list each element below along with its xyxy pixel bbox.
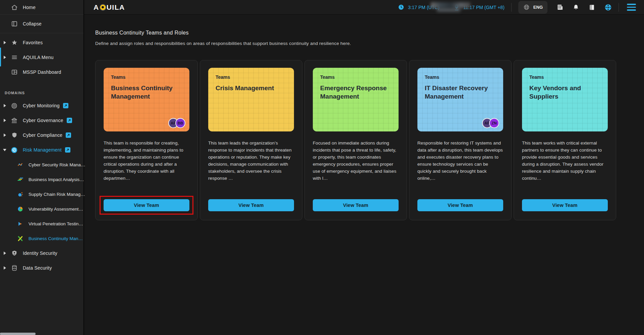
app-menu-icon[interactable] bbox=[627, 4, 636, 11]
team-card-hero: Teams Emergency Response Management bbox=[313, 68, 399, 131]
continuity-ribbon-icon bbox=[17, 236, 23, 241]
activity-pulse-icon bbox=[17, 162, 23, 168]
chevron-right-icon bbox=[4, 104, 6, 107]
sidebar-item-identity-security[interactable]: Identity Security bbox=[0, 246, 83, 261]
sidebar-item-home[interactable]: Home bbox=[0, 0, 83, 15]
database-icon bbox=[11, 265, 18, 272]
team-card-crisis-management: Teams Crisis Management This team leads … bbox=[200, 60, 302, 220]
open-external-icon[interactable] bbox=[66, 132, 71, 138]
sidebar-subitem-supply-chain-risk[interactable]: Supply Chain Risk Manag… bbox=[0, 187, 83, 202]
team-card-hero: Teams Business Continuity Management AP … bbox=[104, 68, 189, 131]
avatar[interactable]: BB bbox=[175, 118, 185, 128]
sidebar-item-label: Supply Chain Risk Manag… bbox=[28, 192, 85, 197]
card-description: This team is responsible for creating, i… bbox=[104, 139, 189, 182]
card-tag: Teams bbox=[529, 74, 600, 80]
sidebar-item-cyber-governance[interactable]: Cyber Governance bbox=[0, 113, 83, 128]
sidebar-item-label: MSSP Dashboard bbox=[23, 69, 61, 75]
card-title: Key Vendors and Suppliers bbox=[529, 84, 600, 101]
card-title: Emergency Response Management bbox=[320, 84, 391, 101]
sidebar-item-label: Collapse bbox=[23, 21, 42, 26]
sidebar-item-label: Business Continuity Man… bbox=[28, 236, 83, 241]
sidebar: Home Collapse Favorites AQUILA Menu MSS bbox=[0, 0, 84, 335]
open-external-icon[interactable] bbox=[67, 118, 72, 123]
avatar[interactable]: ZN bbox=[489, 118, 499, 128]
open-external-icon[interactable] bbox=[63, 103, 68, 108]
sidebar-item-label: Favorites bbox=[23, 40, 43, 45]
sidebar-item-mssp-dashboard[interactable]: MSSP Dashboard bbox=[0, 65, 83, 79]
chevron-right-icon bbox=[4, 119, 6, 122]
support-wheel-icon[interactable] bbox=[604, 4, 612, 11]
view-team-button[interactable]: View Team bbox=[417, 199, 503, 211]
compliance-shield-icon bbox=[11, 132, 18, 139]
redacted-text bbox=[431, 2, 470, 12]
chevron-right-icon bbox=[4, 133, 6, 137]
team-card-hero: Teams Crisis Management bbox=[208, 68, 294, 131]
sidebar-item-cyber-compliance[interactable]: Cyber Compliance bbox=[0, 128, 83, 143]
sidebar-item-risk-management[interactable]: Risk Management bbox=[0, 143, 83, 157]
team-card-emergency-response: Teams Emergency Response Management Focu… bbox=[304, 60, 407, 220]
chevron-right-icon bbox=[4, 252, 6, 255]
main-content: Business Continuity Teams and Roles Defi… bbox=[85, 15, 644, 335]
sidebar-item-label: Risk Management bbox=[23, 147, 62, 153]
card-title: IT Disaster Recovery Management bbox=[425, 84, 496, 101]
team-card-it-disaster-recovery: Teams IT Disaster Recovery Management AP… bbox=[409, 60, 512, 220]
view-team-button[interactable]: View Team bbox=[104, 199, 189, 211]
logo-q-eye-icon bbox=[100, 4, 106, 11]
member-avatars: AP BB bbox=[171, 118, 185, 128]
governance-bank-icon bbox=[11, 117, 18, 124]
sidebar-item-label: Cyber Monitoring bbox=[23, 103, 60, 108]
sidebar-scrollbar-thumb[interactable] bbox=[0, 48, 1, 66]
sidebar-item-label: Cyber Governance bbox=[23, 118, 63, 123]
monitoring-target-icon bbox=[11, 102, 18, 109]
view-team-button[interactable]: View Team bbox=[313, 199, 399, 211]
knowledge-book-icon[interactable] bbox=[588, 4, 596, 11]
card-tag: Teams bbox=[111, 74, 182, 80]
sidebar-collapse-button[interactable]: Collapse bbox=[0, 15, 83, 33]
org-building-icon[interactable] bbox=[556, 4, 564, 11]
globe-icon bbox=[523, 4, 530, 11]
home-icon bbox=[11, 4, 18, 11]
card-description: This team works with critical external p… bbox=[522, 139, 608, 182]
team-card-key-vendors: Teams Key Vendors and Suppliers This tea… bbox=[514, 60, 616, 220]
team-cards-row: Teams Business Continuity Management AP … bbox=[95, 60, 644, 220]
logo-text-suffix: UILA bbox=[107, 3, 125, 11]
view-team-button[interactable]: View Team bbox=[522, 199, 608, 211]
logo-text-prefix: A bbox=[94, 3, 99, 11]
sidebar-scrollbar-horizontal[interactable] bbox=[0, 333, 36, 335]
sidebar-subitem-cyber-security-risk[interactable]: Cyber Security Risk Mana… bbox=[0, 157, 83, 172]
sidebar-subitem-virtual-penetration-testing[interactable]: Virtual Penetration Testin… bbox=[0, 216, 83, 231]
page-title: Business Continuity Teams and Roles bbox=[95, 30, 644, 36]
sidebar-subitem-vulnerability-assessment[interactable]: Vulnerability Assessment… bbox=[0, 202, 83, 216]
impact-bars-icon bbox=[17, 177, 23, 182]
dashboard-icon bbox=[11, 69, 18, 76]
aquila-logo[interactable]: AUILA bbox=[94, 3, 125, 11]
notifications-bell-icon[interactable] bbox=[572, 4, 580, 11]
pentest-chevron-icon bbox=[17, 221, 23, 227]
page-subtitle: Define and assign roles and responsibili… bbox=[95, 41, 644, 46]
card-tag: Teams bbox=[425, 74, 496, 80]
team-card-hero: Teams Key Vendors and Suppliers bbox=[522, 68, 608, 131]
sidebar-subitem-business-impact-analysis[interactable]: Business Impact Analysis… bbox=[0, 172, 83, 187]
domains-section-label: DOMAINS bbox=[0, 88, 83, 98]
sidebar-item-favorites[interactable]: Favorites bbox=[0, 35, 83, 50]
card-description: Responsible for restoring IT systems and… bbox=[417, 139, 503, 182]
header-divider bbox=[619, 3, 619, 12]
sidebar-item-cyber-monitoring[interactable]: Cyber Monitoring bbox=[0, 98, 83, 113]
open-external-icon[interactable] bbox=[65, 147, 70, 153]
language-selector[interactable]: ENG bbox=[518, 1, 547, 14]
sidebar-item-aquila-menu[interactable]: AQUILA Menu bbox=[0, 50, 83, 65]
member-avatars: AP ZN bbox=[485, 118, 499, 128]
sidebar-item-label: Vulnerability Assessment… bbox=[28, 207, 83, 212]
clock-icon bbox=[398, 4, 405, 11]
sidebar-item-data-security[interactable]: Data Security bbox=[0, 261, 83, 275]
chevron-right-icon bbox=[4, 41, 6, 44]
card-title: Business Continuity Management bbox=[111, 84, 182, 101]
team-card-business-continuity: Teams Business Continuity Management AP … bbox=[95, 60, 198, 220]
risk-gauge-icon bbox=[11, 147, 18, 154]
view-team-button[interactable]: View Team bbox=[208, 199, 294, 211]
top-header: AUILA 3:17 PM (UTC) 11:17 PM (GMT +8) EN… bbox=[84, 0, 644, 15]
chevron-right-icon bbox=[4, 56, 6, 59]
sidebar-item-label: Identity Security bbox=[23, 250, 57, 256]
sidebar-subitem-business-continuity-management[interactable]: Business Continuity Man… bbox=[0, 231, 83, 246]
language-label: ENG bbox=[533, 5, 543, 10]
